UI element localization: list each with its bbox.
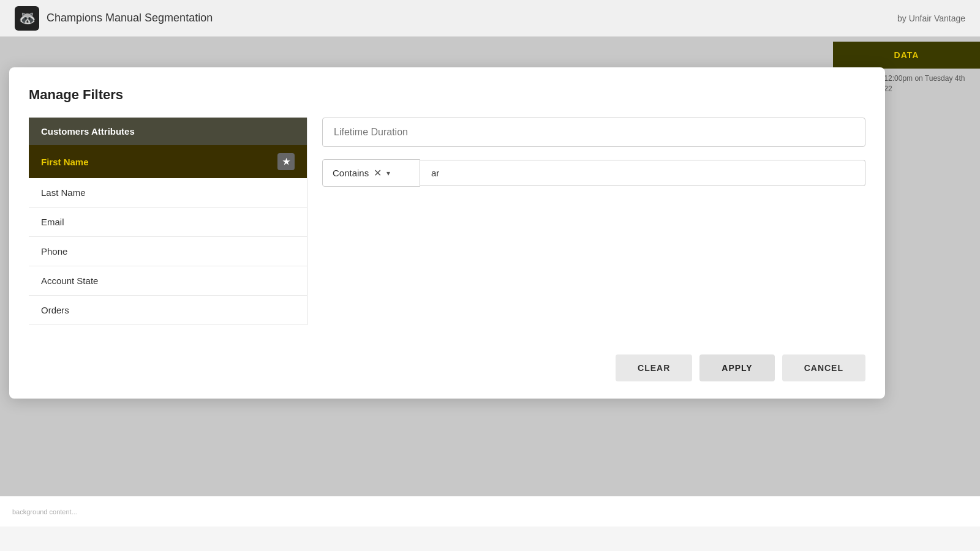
filter-sidebar: Customers Attributes First Name ★ Last N… [29, 118, 307, 325]
modal-footer: CLEAR APPLY CANCEL [29, 345, 865, 381]
app-title: Champions Manual Segmentation [47, 12, 213, 24]
byline: by Unfair Vantage [897, 13, 965, 23]
data-button[interactable]: DATA [833, 42, 980, 69]
bg-table-row: background content... [0, 496, 980, 527]
filter-value-input[interactable] [420, 160, 865, 186]
condition-label: Contains [333, 168, 369, 178]
cancel-button[interactable]: CANCEL [782, 354, 865, 381]
condition-select[interactable]: Contains ✕ ▾ [322, 159, 420, 187]
sidebar-item-email[interactable]: Email [29, 208, 307, 237]
sidebar-item-orders[interactable]: Orders [29, 296, 307, 325]
app-branding: 🦝 Champions Manual Segmentation [15, 6, 213, 31]
logo-icon: 🦝 [15, 6, 39, 31]
background-table: background content... [0, 496, 980, 551]
clear-condition-icon[interactable]: ✕ [374, 167, 382, 179]
clear-button[interactable]: CLEAR [616, 354, 692, 381]
chevron-down-icon: ▾ [386, 169, 390, 178]
sidebar-item-account-state[interactable]: Account State [29, 266, 307, 296]
filter-area: Contains ✕ ▾ [307, 118, 865, 325]
filter-condition-row: Contains ✕ ▾ [322, 159, 865, 187]
modal-body: Customers Attributes First Name ★ Last N… [29, 118, 865, 325]
star-icon: ★ [277, 153, 295, 170]
sidebar-item-active-label: First Name [41, 157, 89, 167]
sidebar-item-last-name[interactable]: Last Name [29, 178, 307, 208]
manage-filters-modal: Manage Filters Customers Attributes Firs… [9, 67, 885, 399]
top-bar: 🦝 Champions Manual Segmentation by Unfai… [0, 0, 980, 37]
sidebar-group-header: Customers Attributes [29, 118, 307, 145]
filter-title-input[interactable] [322, 118, 865, 147]
sidebar-item-first-name[interactable]: First Name ★ [29, 145, 307, 178]
sidebar-item-phone[interactable]: Phone [29, 237, 307, 266]
modal-title: Manage Filters [29, 87, 865, 103]
apply-button[interactable]: APPLY [699, 354, 774, 381]
